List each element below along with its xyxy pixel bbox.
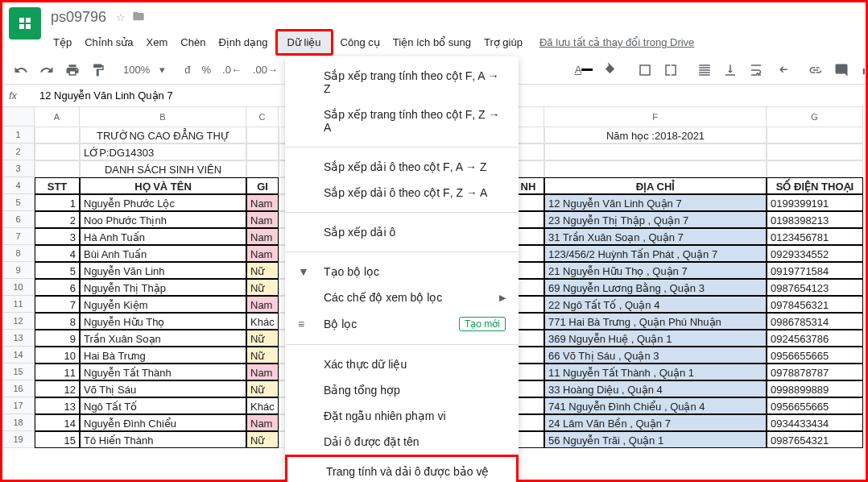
col-header-A[interactable]: A (35, 107, 80, 127)
merge-cells-button[interactable] (659, 60, 683, 81)
cell-gender[interactable]: Nam (246, 245, 279, 262)
cell-gender[interactable]: Nam (246, 414, 279, 431)
cell[interactable] (767, 127, 863, 143)
col-header-F[interactable]: F (544, 107, 767, 127)
cell-name[interactable]: Bùi Anh Tuấn (80, 245, 246, 262)
cell-name[interactable]: Nguyễn Phước Lộc (80, 194, 246, 211)
vertical-align-button[interactable] (718, 60, 742, 81)
menu-insert[interactable]: Chèn (175, 33, 211, 52)
menu-edit[interactable]: Chỉnh sửa (79, 33, 138, 52)
cell-stt[interactable]: 2 (35, 211, 80, 228)
menu-view[interactable]: Xem (141, 33, 174, 52)
fill-color-button[interactable] (599, 60, 623, 81)
row-header[interactable]: 11 (2, 296, 35, 313)
borders-button[interactable] (633, 60, 657, 81)
cell-phone[interactable]: 0987654321 (767, 431, 863, 448)
cell-name[interactable]: Võ Thị Sáu (80, 380, 246, 397)
row-header[interactable]: 9 (2, 262, 35, 279)
menu-help[interactable]: Trợ giúp (478, 33, 528, 52)
cell-stt[interactable]: 4 (35, 245, 80, 262)
menu-format[interactable]: Định dạng (213, 33, 273, 52)
row-header[interactable]: 17 (2, 397, 35, 414)
cell[interactable] (246, 127, 279, 143)
row-header[interactable]: 5 (2, 194, 35, 211)
cell-addr[interactable]: 24 Lâm Văn Bền , Quận 7 (544, 414, 767, 431)
sheets-logo[interactable] (9, 7, 41, 39)
menu-addons[interactable]: Tiện ích bổ sung (387, 33, 477, 52)
menu-tools[interactable]: Công cụ (335, 33, 386, 52)
cell-phone[interactable]: 0123456781 (767, 228, 863, 245)
increase-decimal-button[interactable]: .00→ (248, 60, 283, 79)
col-header-G[interactable]: G (767, 107, 863, 127)
cell-stt[interactable]: 15 (35, 431, 80, 448)
cell-name[interactable]: Nguyễn Hữu Thọ (80, 313, 246, 330)
cell-name[interactable]: Tô Hiến Thành (80, 431, 246, 448)
cell[interactable] (246, 160, 279, 177)
format-percent-button[interactable]: % (196, 60, 216, 79)
row-header[interactable]: 7 (2, 228, 35, 245)
cell-addr[interactable]: 771 Hai Bà Trưng , Quận Phú Nhuận (544, 313, 767, 330)
protected-sheets[interactable]: Trang tính và dải ô được bảo vệ (285, 455, 519, 482)
cell-name[interactable]: Trần Xuân Soạn (80, 330, 246, 347)
row-header[interactable]: 3 (2, 160, 35, 177)
named-ranges[interactable]: Dải ô được đặt tên (285, 429, 519, 455)
create-filter[interactable]: ▼Tạo bộ lọc (285, 259, 519, 285)
row-header[interactable]: 2 (2, 143, 35, 160)
cell-name[interactable]: Hai Bà Trưng (80, 347, 246, 364)
cell-addr[interactable]: 23 Nguyễn Thị Thập , Quận 7 (544, 211, 767, 228)
cell-stt[interactable]: 10 (35, 347, 80, 364)
sort-sheet-za[interactable]: Sắp xếp trang tính theo cột F, Z → A (285, 102, 519, 140)
cell-name[interactable]: Nguyễn Thị Thập (80, 279, 246, 296)
cell-phone[interactable]: 0998899889 (767, 380, 863, 397)
cell-gender[interactable]: Khác (246, 397, 279, 414)
cell-addr[interactable]: 11 Nguyễn Tất Thành , Quận 1 (544, 364, 767, 380)
cell-stt[interactable]: 5 (35, 262, 80, 279)
row-header[interactable]: 14 (2, 347, 35, 364)
hdr-phone[interactable]: SỐ ĐIỆN THOẠI (767, 177, 863, 194)
cell-stt[interactable]: 3 (35, 228, 80, 245)
star-icon[interactable]: ☆ (116, 11, 126, 23)
cell-addr[interactable]: 66 Võ Thị Sáu , Quận 3 (544, 347, 767, 364)
text-wrap-button[interactable] (744, 60, 768, 81)
cell-stt[interactable]: 7 (35, 296, 80, 313)
cell-addr[interactable]: 69 Nguyễn Lương Bằng , Quận 3 (544, 279, 767, 296)
cell-name[interactable]: Nguyễn Kiệm (80, 296, 246, 313)
cell[interactable] (544, 160, 767, 177)
row-header[interactable]: 15 (2, 364, 35, 380)
cell-gender[interactable]: Nữ (246, 262, 279, 279)
sort-range[interactable]: Sắp xếp dải ô (285, 219, 519, 245)
year-label[interactable]: Năm học :2018-2021 (544, 127, 767, 143)
cell-gender[interactable]: Nữ (246, 431, 279, 448)
data-validation[interactable]: Xác thực dữ liệu (285, 351, 519, 377)
cell-phone[interactable]: 0956655665 (767, 347, 863, 364)
cell-name[interactable]: Nguyễn Văn Linh (80, 262, 246, 279)
cell-addr[interactable]: 33 Hoàng Diệu , Quận 4 (544, 380, 767, 397)
row-header[interactable]: 10 (2, 279, 35, 296)
row-header[interactable]: 19 (2, 431, 35, 448)
create-new-badge[interactable]: Tạo mới (459, 317, 506, 331)
cell-phone[interactable]: 0198398213 (767, 211, 863, 228)
pivot-table[interactable]: Bảng tổng hợp (285, 377, 519, 403)
insert-comment-button[interactable] (829, 60, 854, 81)
cell-phone[interactable]: 0924563786 (767, 330, 863, 347)
sort-range-az[interactable]: Sắp xếp dải ô theo cột F, A → Z (285, 154, 519, 180)
hdr-gender[interactable]: GI (246, 177, 279, 194)
move-folder-icon[interactable] (132, 10, 145, 25)
menu-data[interactable]: Dữ liệu (275, 29, 333, 56)
cell[interactable] (767, 160, 863, 177)
cell-stt[interactable]: 14 (35, 414, 80, 431)
cell-stt[interactable]: 13 (35, 397, 80, 414)
cell-stt[interactable]: 12 (35, 380, 80, 397)
hdr-stt[interactable]: STT (35, 177, 80, 194)
cell-phone[interactable]: 0956655665 (767, 397, 863, 414)
cell-gender[interactable]: Nữ (246, 330, 279, 347)
cell[interactable] (35, 127, 80, 143)
row-header[interactable]: 13 (2, 330, 35, 347)
row-header[interactable]: 4 (2, 177, 35, 194)
sort-range-za[interactable]: Sắp xếp dải ô theo cột F, Z → A (285, 180, 519, 206)
list-title[interactable]: DANH SÁCH SINH VIÊN (80, 160, 246, 177)
cell-addr[interactable]: 741 Nguyễn Đình Chiểu , Quận 4 (544, 397, 767, 414)
cell-addr[interactable]: 21 Nguyễn Hữu Thọ , Quận 7 (544, 262, 767, 279)
format-currency-button[interactable]: đ (180, 60, 195, 79)
cell-addr[interactable]: 369 Nguyễn Huệ , Quận 1 (544, 330, 767, 347)
